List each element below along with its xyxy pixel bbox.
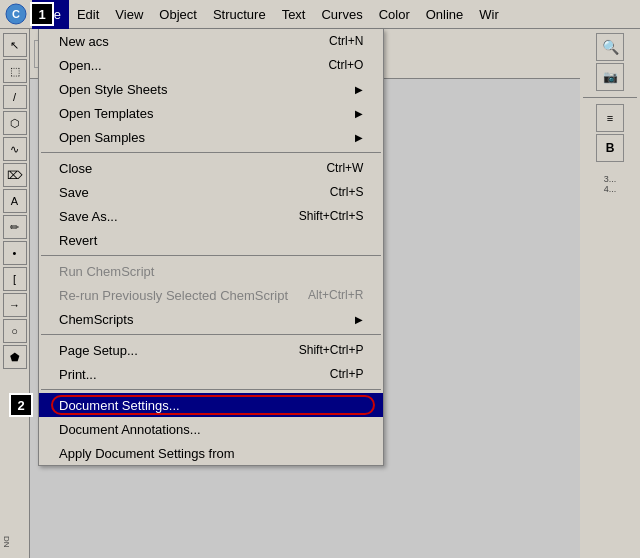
document-settings-item[interactable]: 2 Document Settings... — [39, 393, 383, 417]
save-shortcut: Ctrl+S — [330, 185, 364, 199]
document-settings-label: Document Settings... — [59, 398, 343, 413]
marquee-tool[interactable]: ⬚ — [3, 59, 27, 83]
open-style-sheets-item[interactable]: Open Style Sheets — [39, 77, 383, 101]
apply-doc-settings-label: Apply Document Settings from — [59, 446, 343, 461]
new-acs-item[interactable]: New acs Ctrl+N — [39, 29, 383, 53]
open-item[interactable]: Open... Ctrl+O — [39, 53, 383, 77]
save-as-item[interactable]: Save As... Shift+Ctrl+S — [39, 204, 383, 228]
save-as-shortcut: Shift+Ctrl+S — [299, 209, 364, 223]
page-setup-shortcut: Shift+Ctrl+P — [299, 343, 364, 357]
save-label: Save — [59, 185, 310, 200]
object-menu-item[interactable]: Object — [151, 0, 205, 29]
step-2-badge: 2 — [9, 393, 33, 417]
text-tool[interactable]: A — [3, 189, 27, 213]
close-item[interactable]: Close Ctrl+W — [39, 156, 383, 180]
new-acs-label: New acs — [59, 34, 309, 49]
pointer-tool[interactable]: ↖ — [3, 33, 27, 57]
run-chemscript-item: Run ChemScript — [39, 259, 383, 283]
right-toolbar-separator — [583, 97, 637, 98]
arrow-tool[interactable]: → — [3, 293, 27, 317]
page-setup-item[interactable]: Page Setup... Shift+Ctrl+P — [39, 338, 383, 362]
eraser-tool[interactable]: ⌦ — [3, 163, 27, 187]
svg-text:C: C — [12, 8, 20, 20]
apply-doc-settings-item[interactable]: Apply Document Settings from — [39, 441, 383, 465]
orbital-tool[interactable]: ○ — [3, 319, 27, 343]
camera-icon[interactable]: 📷 — [596, 63, 624, 91]
save-item[interactable]: Save Ctrl+S — [39, 180, 383, 204]
zoom-icon[interactable]: 🔍 — [596, 33, 624, 61]
menu-bar: C 1 File Edit View Object Structure Text… — [0, 0, 640, 29]
open-samples-item[interactable]: Open Samples — [39, 125, 383, 149]
close-label: Close — [59, 161, 306, 176]
pen-tool[interactable]: ✏ — [3, 215, 27, 239]
open-shortcut: Ctrl+O — [328, 58, 363, 72]
document-annotations-item[interactable]: Document Annotations... — [39, 417, 383, 441]
print-shortcut: Ctrl+P — [330, 367, 364, 381]
open-templates-label: Open Templates — [59, 106, 330, 121]
save-as-label: Save As... — [59, 209, 279, 224]
view-menu-item[interactable]: View — [107, 0, 151, 29]
document-annotations-label: Document Annotations... — [59, 422, 343, 437]
ring-tool[interactable]: ⬡ — [3, 111, 27, 135]
open-samples-label: Open Samples — [59, 130, 330, 145]
open-templates-item[interactable]: Open Templates — [39, 101, 383, 125]
right-toolbar: 🔍 📷 ≡ B 3... 4... — [580, 29, 640, 558]
color-menu-item[interactable]: Color — [371, 0, 418, 29]
app-icon: C — [2, 1, 30, 27]
wir-menu-item[interactable]: Wir — [471, 0, 507, 29]
bracket-tool[interactable]: [ — [3, 267, 27, 291]
curves-menu-item[interactable]: Curves — [313, 0, 370, 29]
template-tool[interactable]: ⬟ — [3, 345, 27, 369]
text-menu-item[interactable]: Text — [274, 0, 314, 29]
ruler-mark-3: 3... — [604, 174, 617, 184]
separator-3 — [41, 334, 381, 335]
bond-tool[interactable]: / — [3, 85, 27, 109]
separator-2 — [41, 255, 381, 256]
print-item[interactable]: Print... Ctrl+P — [39, 362, 383, 386]
edit-menu-item[interactable]: Edit — [69, 0, 107, 29]
rerun-chemscript-item: Re-run Previously Selected ChemScript Al… — [39, 283, 383, 307]
ruler-marks: 3... 4... — [580, 172, 640, 196]
rerun-chemscript-shortcut: Alt+Ctrl+R — [308, 288, 363, 302]
new-acs-shortcut: Ctrl+N — [329, 34, 363, 48]
lines-icon[interactable]: ≡ — [596, 104, 624, 132]
revert-item[interactable]: Revert — [39, 228, 383, 252]
toolbar-label: DN — [2, 536, 11, 548]
revert-label: Revert — [59, 233, 343, 248]
left-toolbar: ↖ ⬚ / ⬡ ∿ ⌦ A ✏ • [ → ○ ⬟ DN — [0, 29, 30, 558]
file-dropdown: New acs Ctrl+N Open... Ctrl+O Open Style… — [38, 29, 384, 466]
structure-menu-item[interactable]: Structure — [205, 0, 274, 29]
chemscripts-item[interactable]: ChemScripts — [39, 307, 383, 331]
print-label: Print... — [59, 367, 310, 382]
open-label: Open... — [59, 58, 308, 73]
bold-icon[interactable]: B — [596, 134, 624, 162]
chemscripts-label: ChemScripts — [59, 312, 330, 327]
open-style-sheets-label: Open Style Sheets — [59, 82, 330, 97]
separator-1 — [41, 152, 381, 153]
atom-tool[interactable]: • — [3, 241, 27, 265]
close-shortcut: Ctrl+W — [326, 161, 363, 175]
step-1-badge: 1 — [30, 2, 54, 26]
page-setup-label: Page Setup... — [59, 343, 279, 358]
online-menu-item[interactable]: Online — [418, 0, 472, 29]
separator-4 — [41, 389, 381, 390]
rerun-chemscript-label: Re-run Previously Selected ChemScript — [59, 288, 288, 303]
chain-tool[interactable]: ∿ — [3, 137, 27, 161]
ruler-mark-4: 4... — [604, 184, 617, 194]
run-chemscript-label: Run ChemScript — [59, 264, 343, 279]
